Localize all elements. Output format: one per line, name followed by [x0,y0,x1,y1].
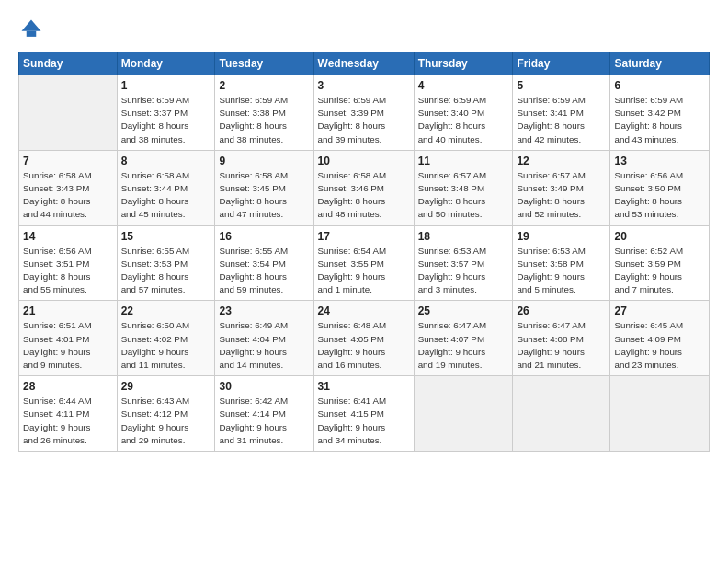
calendar-week-4: 21Sunrise: 6:51 AMSunset: 4:01 PMDayligh… [19,301,710,376]
day-number: 19 [517,230,606,243]
calendar-cell: 19Sunrise: 6:53 AMSunset: 3:58 PMDayligh… [513,225,610,301]
day-info: Sunrise: 6:53 AMSunset: 3:57 PMDaylight:… [418,245,509,297]
day-number: 8 [121,155,211,167]
calendar-cell: 8Sunrise: 6:58 AMSunset: 3:44 PMDaylight… [117,150,215,225]
day-number: 15 [121,230,211,243]
day-info: Sunrise: 6:55 AMSunset: 3:53 PMDaylight:… [121,245,211,297]
day-number: 12 [517,155,606,167]
day-info: Sunrise: 6:59 AMSunset: 3:37 PMDaylight:… [121,94,211,146]
day-info: Sunrise: 6:59 AMSunset: 3:40 PMDaylight:… [418,94,509,146]
calendar-cell: 5Sunrise: 6:59 AMSunset: 3:41 PMDaylight… [513,75,610,151]
weekday-header-friday: Friday [513,52,610,75]
day-info: Sunrise: 6:45 AMSunset: 4:09 PMDaylight:… [614,319,705,372]
calendar-cell: 7Sunrise: 6:58 AMSunset: 3:43 PMDaylight… [19,150,118,225]
day-number: 30 [219,380,309,393]
calendar-cell: 28Sunrise: 6:44 AMSunset: 4:11 PMDayligh… [19,376,118,452]
day-number: 10 [318,155,410,167]
calendar-cell: 24Sunrise: 6:48 AMSunset: 4:05 PMDayligh… [313,301,414,376]
day-info: Sunrise: 6:56 AMSunset: 3:51 PMDaylight:… [23,245,113,297]
calendar-body: 1Sunrise: 6:59 AMSunset: 3:37 PMDaylight… [19,75,710,452]
day-number: 7 [23,155,113,167]
day-info: Sunrise: 6:56 AMSunset: 3:50 PMDaylight:… [614,169,705,222]
day-info: Sunrise: 6:44 AMSunset: 4:11 PMDaylight:… [23,395,113,447]
calendar-cell: 13Sunrise: 6:56 AMSunset: 3:50 PMDayligh… [610,150,710,225]
calendar-page: SundayMondayTuesdayWednesdayThursdayFrid… [0,0,728,563]
calendar-cell: 2Sunrise: 6:59 AMSunset: 3:38 PMDaylight… [215,75,313,151]
calendar-cell: 18Sunrise: 6:53 AMSunset: 3:57 PMDayligh… [414,225,513,301]
day-info: Sunrise: 6:59 AMSunset: 3:38 PMDaylight:… [219,94,309,146]
day-number: 27 [614,304,705,317]
calendar-cell: 27Sunrise: 6:45 AMSunset: 4:09 PMDayligh… [610,301,710,376]
calendar-cell: 15Sunrise: 6:55 AMSunset: 3:53 PMDayligh… [117,225,215,301]
calendar-header: SundayMondayTuesdayWednesdayThursdayFrid… [19,52,710,75]
day-number: 13 [614,155,705,167]
day-info: Sunrise: 6:57 AMSunset: 3:48 PMDaylight:… [418,169,509,222]
calendar-cell: 11Sunrise: 6:57 AMSunset: 3:48 PMDayligh… [414,150,513,225]
day-number: 28 [23,380,113,393]
day-info: Sunrise: 6:58 AMSunset: 3:44 PMDaylight:… [121,169,211,222]
calendar-table: SundayMondayTuesdayWednesdayThursdayFrid… [18,52,710,452]
calendar-cell: 12Sunrise: 6:57 AMSunset: 3:49 PMDayligh… [513,150,610,225]
calendar-cell: 4Sunrise: 6:59 AMSunset: 3:40 PMDaylight… [414,75,513,151]
day-number: 5 [517,79,606,92]
day-number: 14 [23,230,113,243]
day-number: 2 [219,79,309,92]
day-number: 23 [219,304,309,317]
day-number: 24 [318,304,410,317]
calendar-cell [19,75,118,151]
calendar-cell: 10Sunrise: 6:58 AMSunset: 3:46 PMDayligh… [313,150,414,225]
day-info: Sunrise: 6:52 AMSunset: 3:59 PMDaylight:… [614,245,705,297]
day-number: 25 [418,304,509,317]
day-number: 16 [219,230,309,243]
day-info: Sunrise: 6:41 AMSunset: 4:15 PMDaylight:… [318,395,410,447]
day-number: 22 [121,304,211,317]
day-info: Sunrise: 6:47 AMSunset: 4:07 PMDaylight:… [418,319,509,372]
calendar-week-5: 28Sunrise: 6:44 AMSunset: 4:11 PMDayligh… [19,376,710,452]
weekday-header-monday: Monday [117,52,215,75]
calendar-cell: 25Sunrise: 6:47 AMSunset: 4:07 PMDayligh… [414,301,513,376]
calendar-week-2: 7Sunrise: 6:58 AMSunset: 3:43 PMDaylight… [19,150,710,225]
calendar-cell: 22Sunrise: 6:50 AMSunset: 4:02 PMDayligh… [117,301,215,376]
day-number: 6 [614,79,705,92]
day-number: 26 [517,304,606,317]
day-info: Sunrise: 6:58 AMSunset: 3:43 PMDaylight:… [23,169,113,222]
calendar-cell: 30Sunrise: 6:42 AMSunset: 4:14 PMDayligh… [215,376,313,452]
day-number: 18 [418,230,509,243]
calendar-cell: 23Sunrise: 6:49 AMSunset: 4:04 PMDayligh… [215,301,313,376]
calendar-cell: 20Sunrise: 6:52 AMSunset: 3:59 PMDayligh… [610,225,710,301]
day-info: Sunrise: 6:51 AMSunset: 4:01 PMDaylight:… [23,319,113,372]
calendar-week-3: 14Sunrise: 6:56 AMSunset: 3:51 PMDayligh… [19,225,710,301]
weekday-header-wednesday: Wednesday [313,52,414,75]
day-number: 9 [219,155,309,167]
day-number: 21 [23,304,113,317]
weekday-header-row: SundayMondayTuesdayWednesdayThursdayFrid… [19,52,710,75]
day-number: 31 [318,380,410,393]
day-number: 17 [318,230,410,243]
svg-marker-0 [22,20,41,31]
calendar-cell: 9Sunrise: 6:58 AMSunset: 3:45 PMDaylight… [215,150,313,225]
logo [18,17,48,42]
day-info: Sunrise: 6:42 AMSunset: 4:14 PMDaylight:… [219,395,309,447]
calendar-cell: 17Sunrise: 6:54 AMSunset: 3:55 PMDayligh… [313,225,414,301]
calendar-cell: 29Sunrise: 6:43 AMSunset: 4:12 PMDayligh… [117,376,215,452]
day-info: Sunrise: 6:59 AMSunset: 3:39 PMDaylight:… [318,94,410,146]
day-number: 11 [418,155,509,167]
day-info: Sunrise: 6:59 AMSunset: 3:42 PMDaylight:… [614,94,705,146]
calendar-week-1: 1Sunrise: 6:59 AMSunset: 3:37 PMDaylight… [19,75,710,151]
day-info: Sunrise: 6:54 AMSunset: 3:55 PMDaylight:… [318,245,410,297]
day-info: Sunrise: 6:57 AMSunset: 3:49 PMDaylight:… [517,169,606,222]
day-info: Sunrise: 6:53 AMSunset: 3:58 PMDaylight:… [517,245,606,297]
day-number: 3 [318,79,410,92]
logo-icon [18,17,44,42]
calendar-cell [610,376,710,452]
calendar-cell: 3Sunrise: 6:59 AMSunset: 3:39 PMDaylight… [313,75,414,151]
weekday-header-sunday: Sunday [19,52,118,75]
day-number: 1 [121,79,211,92]
calendar-cell: 1Sunrise: 6:59 AMSunset: 3:37 PMDaylight… [117,75,215,151]
calendar-cell [513,376,610,452]
day-info: Sunrise: 6:58 AMSunset: 3:46 PMDaylight:… [318,169,410,222]
day-info: Sunrise: 6:43 AMSunset: 4:12 PMDaylight:… [121,395,211,447]
svg-rect-1 [27,31,37,37]
day-number: 4 [418,79,509,92]
day-info: Sunrise: 6:50 AMSunset: 4:02 PMDaylight:… [121,319,211,372]
